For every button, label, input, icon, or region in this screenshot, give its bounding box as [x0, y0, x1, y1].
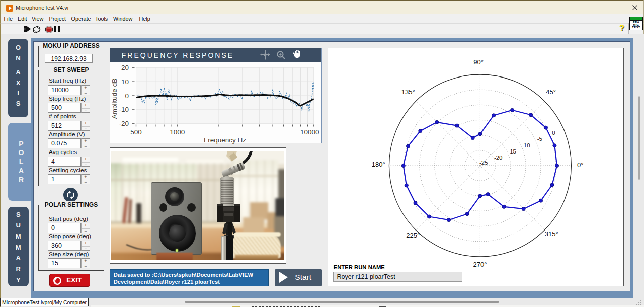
- svg-text:1000: 1000: [170, 128, 185, 136]
- svg-text:10: 10: [121, 78, 129, 86]
- svg-text:Amplitude dB: Amplitude dB: [111, 79, 118, 119]
- svg-text:0°: 0°: [577, 161, 583, 169]
- svg-text:180°: 180°: [371, 161, 385, 168]
- svg-text:90°: 90°: [473, 58, 484, 66]
- svg-text:-5: -5: [537, 136, 542, 142]
- svg-text:-20: -20: [119, 120, 129, 127]
- svg-text:-10: -10: [522, 142, 530, 148]
- svg-text:Frequency Hz: Frequency Hz: [204, 136, 246, 144]
- svg-text:315°: 315°: [544, 230, 558, 238]
- svg-text:135°: 135°: [401, 88, 415, 96]
- svg-text:-20: -20: [494, 155, 502, 161]
- svg-text:0: 0: [552, 130, 555, 136]
- svg-text:500: 500: [130, 128, 142, 136]
- svg-text:225°: 225°: [406, 232, 420, 239]
- svg-text:-15: -15: [508, 148, 516, 155]
- svg-text:0: 0: [125, 92, 129, 100]
- svg-text:270°: 270°: [473, 261, 487, 268]
- svg-text:-10: -10: [119, 106, 129, 113]
- svg-text:-25: -25: [479, 160, 488, 166]
- svg-text:45°: 45°: [546, 88, 556, 96]
- svg-text:10000: 10000: [300, 128, 319, 136]
- svg-text:20: 20: [121, 64, 129, 71]
